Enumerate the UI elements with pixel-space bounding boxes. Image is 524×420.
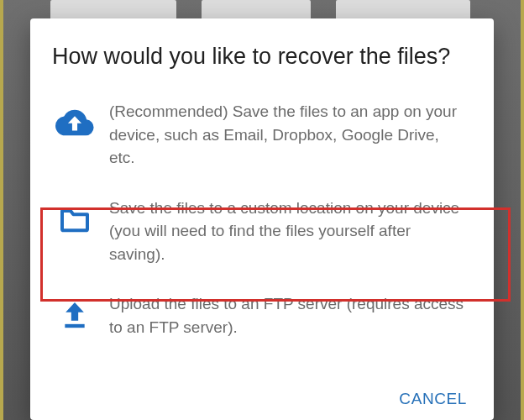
- option-upload-ftp[interactable]: Upload the files to an FTP server (requi…: [52, 281, 472, 350]
- cloud-upload-icon: [55, 103, 94, 142]
- folder-icon: [55, 200, 94, 239]
- option-text: Upload the files to an FTP server (requi…: [109, 292, 469, 339]
- option-save-to-app[interactable]: (Recommended) Save the files to an app o…: [52, 88, 472, 181]
- dialog-actions: CANCEL: [387, 381, 479, 417]
- ftp-upload-icon: [55, 296, 94, 334]
- recover-files-dialog: How would you like to recover the files?…: [30, 18, 494, 420]
- svg-rect-0: [65, 324, 84, 328]
- option-save-custom-location[interactable]: Save the files to a custom location on y…: [52, 181, 472, 281]
- cancel-button[interactable]: CANCEL: [387, 381, 479, 417]
- option-text: (Recommended) Save the files to an app o…: [109, 100, 469, 170]
- option-text: Save the files to a custom location on y…: [109, 197, 469, 266]
- dialog-title: How would you like to recover the files?: [52, 42, 472, 71]
